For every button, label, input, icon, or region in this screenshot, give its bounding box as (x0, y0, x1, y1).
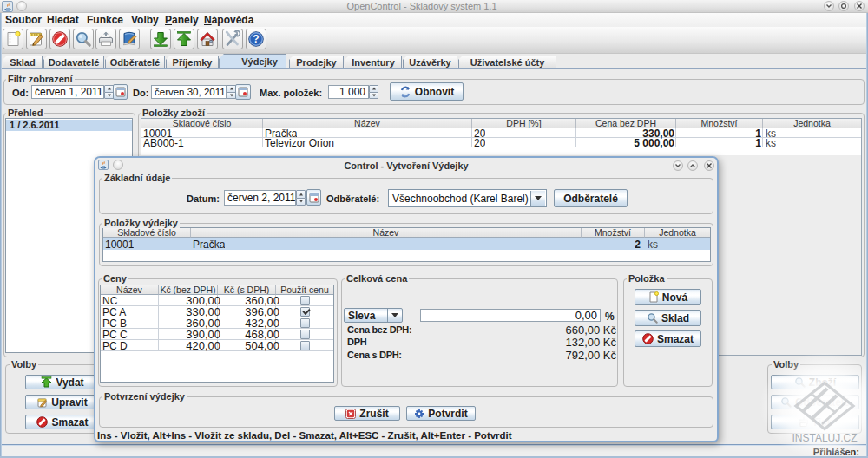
svg-text:INSTALUJ.CZ: INSTALUJ.CZ (792, 432, 857, 444)
svg-text:?: ? (253, 33, 259, 45)
